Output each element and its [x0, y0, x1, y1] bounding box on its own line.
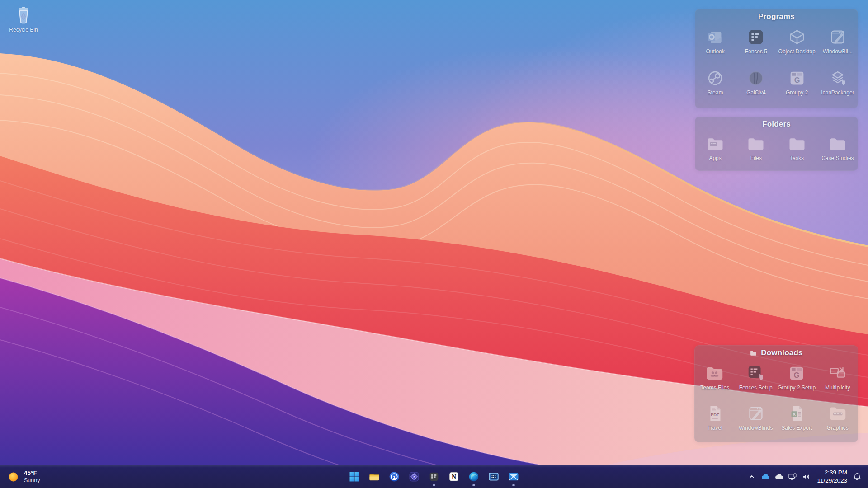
fence-downloads: Downloads Teams Files Fences Setup Group… [694, 345, 858, 442]
display-device-button[interactable] [786, 468, 799, 486]
running-indicator [512, 484, 515, 486]
notifications-button[interactable] [851, 468, 863, 486]
fence-item-case-studies[interactable]: Case Studies [817, 132, 858, 169]
fence-item-tasks[interactable]: Tasks [777, 132, 817, 169]
fence-item-label: Case Studies [821, 155, 854, 162]
fence-item-apps[interactable]: Apps [695, 132, 736, 169]
fence-item-label: WindowBlinds [739, 425, 773, 432]
fence-folders: Folders Apps Files Tasks Case Studies [695, 117, 858, 171]
volume-button[interactable] [800, 468, 812, 486]
fence-item-label: WindowBli... [823, 49, 853, 55]
clock-date: 11/29/2023 [817, 477, 847, 485]
fence-item-label: Outlook [706, 49, 724, 55]
mail-button[interactable] [504, 466, 523, 487]
outlook-icon [705, 27, 726, 47]
groupy-icon [787, 68, 807, 89]
taskbar-center-icons [344, 465, 524, 488]
weather-condition: Sunny [24, 477, 40, 484]
steam-icon [705, 68, 726, 89]
volume-icon [801, 472, 811, 482]
1password-button[interactable] [385, 466, 404, 487]
fence-item-fences-setup[interactable]: Fences Setup [736, 361, 777, 401]
fence-folders-grid: Apps Files Tasks Case Studies [695, 132, 858, 169]
1password-icon [388, 470, 401, 483]
onedrive-cloud-gray-icon [774, 472, 784, 482]
weather-widget[interactable]: 45°F Sunny [0, 465, 47, 488]
fence-downloads-titlebar[interactable]: Downloads [694, 345, 858, 361]
groupy-icon [786, 363, 807, 384]
onedrive-button[interactable] [759, 468, 772, 486]
fence-item-label: Apps [709, 155, 721, 162]
fence-item-outlook[interactable]: Outlook [695, 24, 736, 66]
app-grid-icon [487, 470, 500, 483]
fence-item-galciv4[interactable]: GalCiv4 [736, 66, 776, 107]
start-button[interactable] [345, 466, 364, 487]
folder-icon [750, 349, 757, 357]
zip-folder-icon [827, 403, 848, 424]
object-desktop-cube-icon [787, 27, 807, 47]
running-indicator [433, 484, 435, 486]
fence-item-multiplicity[interactable]: Multiplicity [817, 361, 859, 401]
iconpackager-icon [827, 68, 848, 89]
fence-item-label: Travel [708, 425, 722, 432]
edge-button[interactable] [464, 466, 483, 487]
mail-icon [507, 470, 520, 483]
fence-folders-title: Folders [762, 120, 791, 129]
fence-item-windowblinds[interactable]: WindowBli... [817, 24, 858, 66]
folder-icon [745, 134, 767, 154]
media-app-button[interactable] [405, 466, 424, 487]
fence-item-iconpackager[interactable]: IconPackager [817, 66, 858, 107]
fence-item-label: Teams Files [700, 385, 729, 391]
folder-icon [827, 134, 849, 154]
notion-icon [448, 470, 460, 483]
media-play-icon [408, 470, 420, 483]
recycle-bin-label: Recycle Bin [9, 27, 38, 33]
fence-downloads-grid: Teams Files Fences Setup Groupy 2 Setup … [694, 361, 858, 441]
fence-folders-titlebar[interactable]: Folders [695, 117, 858, 132]
fence-item-fences5[interactable]: Fences 5 [736, 24, 776, 66]
fences-shield-icon [745, 363, 766, 384]
notion-button[interactable] [444, 466, 463, 487]
fence-item-steam[interactable]: Steam [695, 66, 736, 107]
onedrive-personal-button[interactable] [773, 468, 785, 486]
folder-people-icon [704, 363, 725, 384]
fence-item-windowblinds-dl[interactable]: WindowBlinds [736, 401, 777, 441]
sun-icon [7, 471, 19, 483]
clock-time: 2:39 PM [817, 469, 847, 477]
fence-item-label: Graphics [827, 425, 849, 432]
app-grid-button[interactable] [484, 466, 503, 487]
fence-item-sales-export[interactable]: Sales Export [776, 401, 817, 441]
onedrive-cloud-blue-icon [760, 472, 770, 482]
fence-item-files[interactable]: Files [736, 132, 776, 169]
fence-item-teams-files[interactable]: Teams Files [694, 361, 736, 401]
fence-programs-titlebar[interactable]: Programs [695, 9, 858, 24]
windowblinds-icon [827, 27, 848, 47]
file-explorer-button[interactable] [365, 466, 384, 487]
bell-icon [852, 472, 862, 482]
fence-item-label: Fences Setup [739, 385, 773, 391]
multiplicity-icon [827, 363, 848, 384]
fence-item-label: IconPackager [821, 90, 854, 96]
show-hidden-icons-button[interactable] [745, 468, 758, 486]
fence-item-graphics[interactable]: Graphics [817, 401, 859, 441]
weather-temperature: 45°F [24, 469, 40, 477]
fence-item-travel[interactable]: Travel [694, 401, 736, 441]
fence-item-label: Groupy 2 [786, 90, 808, 96]
fence-item-label: Tasks [790, 155, 804, 162]
fence-item-groupy2[interactable]: Groupy 2 [777, 66, 817, 107]
pdf-document-icon [704, 403, 725, 424]
fence-item-label: Steam [708, 90, 723, 96]
taskbar: 45°F Sunny [0, 465, 868, 488]
fences-button[interactable] [425, 466, 443, 487]
fence-item-object-desktop[interactable]: Object Desktop [777, 24, 817, 66]
fence-programs-title: Programs [758, 12, 795, 21]
fence-programs: Programs Outlook Fences 5 Object Desktop… [695, 9, 858, 108]
fence-item-label: Fences 5 [745, 49, 767, 55]
clock[interactable]: 2:39 PM 11/29/2023 [817, 469, 847, 485]
recycle-bin-desktop-icon[interactable]: Recycle Bin [5, 4, 42, 33]
windowblinds-icon [745, 403, 766, 424]
fences-icon [428, 470, 440, 483]
galciv4-icon [745, 68, 766, 89]
running-indicator [472, 484, 475, 486]
fence-item-groupy2-setup[interactable]: Groupy 2 Setup [776, 361, 817, 401]
